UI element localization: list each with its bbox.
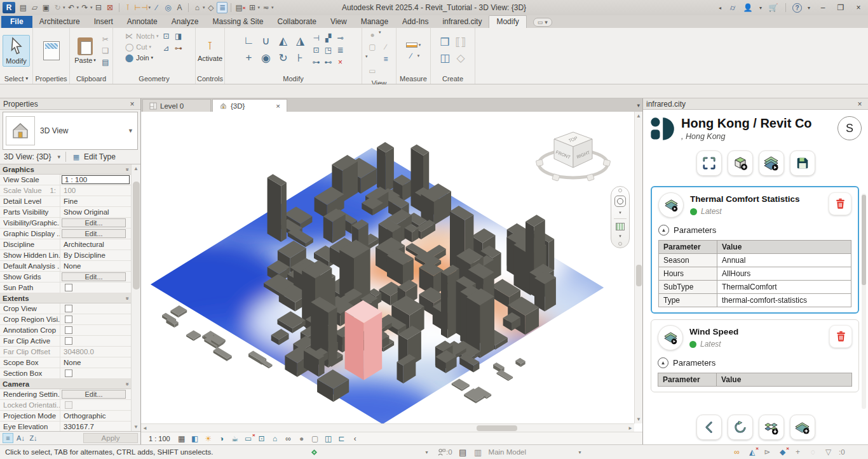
- open-icon[interactable]: ▱: [29, 2, 40, 13]
- move-icon[interactable]: +: [241, 51, 257, 65]
- apply-button[interactable]: Apply: [83, 433, 138, 443]
- ribbon-tab-analyze[interactable]: Analyze: [165, 16, 206, 28]
- align-icon[interactable]: ∟: [241, 34, 257, 48]
- view-tab-level0[interactable]: Level 0: [142, 99, 211, 112]
- sort-default-icon[interactable]: ≡: [3, 433, 13, 443]
- close-hidden-windows-icon[interactable]: ▤×: [234, 2, 246, 13]
- edit-button[interactable]: Edit...: [62, 229, 126, 238]
- displaced-elements-icon[interactable]: ◫: [324, 434, 333, 444]
- ribbon-tab-add-ins[interactable]: Add-Ins: [395, 16, 435, 28]
- scale-button[interactable]: 1 : 100: [149, 435, 170, 442]
- chevron-down-icon[interactable]: ▾: [575, 447, 585, 457]
- scroll-down-icon[interactable]: ▼: [133, 423, 139, 431]
- cut-icon[interactable]: ✂: [100, 34, 111, 44]
- type-selector[interactable]: 3D View ▼: [3, 112, 138, 150]
- property-value-text[interactable]: Architectural: [64, 241, 104, 248]
- select-by-face-icon[interactable]: ◆×: [778, 447, 787, 457]
- scroll-right-icon[interactable]: ►: [628, 424, 633, 432]
- rotate-icon[interactable]: ↻: [275, 51, 292, 65]
- ribbon-tab-collaborate[interactable]: Collaborate: [271, 16, 323, 28]
- properties-title-bar[interactable]: Properties ×: [0, 98, 140, 110]
- save-results-button[interactable]: [790, 150, 815, 176]
- pin-icon[interactable]: ⊸: [335, 33, 346, 43]
- scrollbar-thumb[interactable]: [862, 195, 866, 285]
- parameters-toggle[interactable]: ▲Parameters: [658, 357, 852, 368]
- property-value-text[interactable]: 330167.7: [64, 423, 94, 430]
- search-icon[interactable]: ⌭: [727, 2, 738, 13]
- chevron-down-icon[interactable]: ▾: [417, 53, 420, 58]
- print-close-icon[interactable]: ⊠: [105, 2, 116, 13]
- checkbox[interactable]: [65, 305, 72, 312]
- checkbox[interactable]: [65, 401, 72, 409]
- view-cube[interactable]: TOP FRONT RIGHT: [534, 128, 613, 187]
- run-surfaces-button[interactable]: [759, 150, 784, 176]
- property-value-text[interactable]: Fine: [64, 197, 78, 205]
- reveal-hidden-icon[interactable]: ●: [366, 30, 379, 40]
- download-results-button[interactable]: [759, 415, 784, 440]
- table-row[interactable]: SeasonAnnual: [659, 254, 851, 267]
- unpin-icon[interactable]: ≣: [335, 45, 346, 55]
- tag-icon[interactable]: ◇: [205, 2, 216, 13]
- edit-type-button[interactable]: ▦Edit Type: [71, 152, 116, 162]
- temporary-hide-isolate-icon[interactable]: ∞: [284, 434, 293, 444]
- ribbon-tab-insert[interactable]: Insert: [87, 16, 120, 28]
- ribbon-tab-file[interactable]: File: [1, 16, 32, 28]
- undo-icon[interactable]: ↶: [66, 2, 77, 13]
- result-card[interactable]: Wind SpeedLatest▲ParametersParameterValu…: [651, 319, 859, 392]
- design-options-edit-icon[interactable]: ▥: [473, 447, 483, 457]
- sync-icon[interactable]: ↻: [52, 2, 63, 13]
- close-icon[interactable]: ×: [276, 102, 280, 110]
- cut-button[interactable]: ◯Cut▾: [124, 42, 151, 51]
- crop-region-icon[interactable]: ⊡: [257, 434, 266, 444]
- property-value-input[interactable]: 1 : 100: [62, 175, 130, 184]
- chevron-down-icon[interactable]: ▼: [128, 128, 135, 134]
- chevron-down-icon[interactable]: ▾: [365, 54, 379, 65]
- paint-icon[interactable]: ⊿: [161, 43, 172, 53]
- property-value-text[interactable]: Show Original: [64, 208, 109, 216]
- sort-ascending-icon[interactable]: A↓: [15, 433, 26, 443]
- select-underlay-icon[interactable]: ◭×: [747, 447, 757, 457]
- home-view-icon[interactable]: ⌂: [192, 2, 203, 13]
- array-icon[interactable]: ⊡: [311, 45, 322, 55]
- steering-wheel-icon[interactable]: [614, 196, 626, 207]
- sun-path-icon[interactable]: ☀: [204, 434, 213, 444]
- view-tab-3d[interactable]: {3D} ×: [212, 99, 287, 112]
- checkbox[interactable]: [65, 316, 72, 323]
- account-icon[interactable]: 👤: [742, 2, 754, 13]
- expand-bar-icon[interactable]: ‹: [351, 434, 360, 444]
- app-store-icon[interactable]: 🛒: [768, 2, 779, 13]
- ribbon-tab-modify[interactable]: Modify: [489, 15, 526, 28]
- property-value-text[interactable]: 304800.0: [64, 348, 94, 356]
- add-model-button[interactable]: [728, 150, 753, 176]
- redo-icon[interactable]: ↷: [79, 2, 90, 13]
- scroll-up-icon[interactable]: ▲: [133, 164, 139, 173]
- ribbon-tab-architecture[interactable]: Architecture: [32, 16, 87, 28]
- aligned-dimension-icon[interactable]: ∕: [151, 2, 162, 13]
- restore-button[interactable]: ❐: [834, 2, 848, 13]
- switch-windows-icon[interactable]: ≂: [261, 2, 271, 13]
- delete-result-button[interactable]: [829, 325, 852, 348]
- surface-result-button[interactable]: [658, 192, 684, 218]
- create-group-icon[interactable]: ❒: [437, 35, 452, 49]
- ribbon-tab-infrared-city[interactable]: infrared.city: [435, 16, 489, 28]
- zoom-icon[interactable]: [616, 223, 625, 230]
- chevron-down-icon[interactable]: ▾: [90, 5, 93, 10]
- scroll-left-icon[interactable]: ◄: [142, 424, 147, 432]
- horizontal-scrollbar[interactable]: ◄ ►: [141, 423, 634, 432]
- print-icon[interactable]: ⊟: [93, 2, 104, 13]
- chevron-down-icon[interactable]: ▾: [422, 447, 431, 457]
- design-options-icon[interactable]: ▤: [458, 447, 468, 457]
- select-pinned-icon[interactable]: ⊳: [763, 447, 772, 457]
- ribbon-tab-massing-site[interactable]: Massing & Site: [205, 16, 270, 28]
- property-group-header[interactable]: Camera«: [0, 379, 131, 389]
- panel-display-toggle[interactable]: ▭▾: [533, 18, 552, 27]
- edit-button[interactable]: Edit...: [62, 390, 126, 399]
- chevron-down-icon[interactable]: ▾: [77, 5, 79, 10]
- trim-single-icon[interactable]: ⊶: [311, 57, 322, 67]
- checkbox[interactable]: [65, 326, 72, 334]
- shadows-icon[interactable]: ◑: [217, 434, 226, 444]
- property-value-text[interactable]: Orthographic: [64, 412, 105, 420]
- visual-style-icon[interactable]: ◧: [191, 434, 200, 444]
- chevron-down-icon[interactable]: ▾: [619, 234, 621, 239]
- select-links-icon[interactable]: ∞: [732, 447, 742, 457]
